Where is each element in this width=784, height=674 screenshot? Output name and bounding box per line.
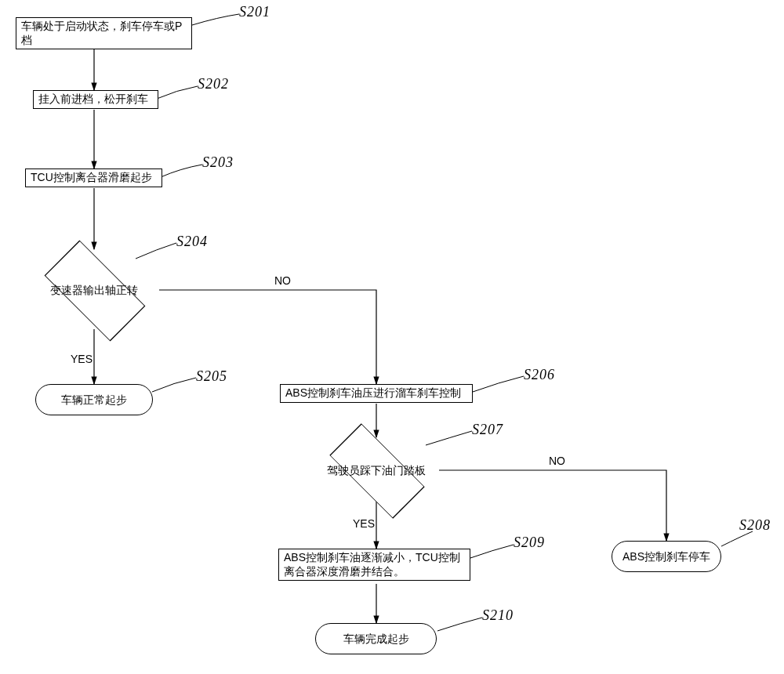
decision-text: 变速器输出轴正转 bbox=[50, 284, 138, 297]
step-box-s202: 挂入前进档，松开刹车 bbox=[33, 90, 158, 109]
decision-s204: 变速器输出轴正转 bbox=[38, 234, 151, 346]
step-id-s203: S203 bbox=[202, 154, 234, 171]
step-id-s206: S206 bbox=[524, 367, 555, 383]
terminator-s210: 车辆完成起步 bbox=[315, 623, 437, 654]
edge-label-yes: YES bbox=[71, 353, 93, 365]
step-id-s205: S205 bbox=[196, 368, 227, 385]
decision-text: 驾驶员踩下油门踏板 bbox=[327, 464, 426, 477]
step-box-s209: ABS控制刹车油逐渐减小，TCU控制离合器深度滑磨并结合。 bbox=[278, 549, 470, 581]
step-id-s209: S209 bbox=[514, 534, 545, 551]
decision-s207: 驾驶员踩下油门踏板 bbox=[320, 414, 433, 527]
step-box-s203: TCU控制离合器滑磨起步 bbox=[25, 168, 162, 187]
step-text: ABS控制刹车油压进行溜车刹车控制 bbox=[285, 386, 461, 399]
step-id-s201: S201 bbox=[239, 4, 270, 20]
step-id-s202: S202 bbox=[198, 76, 229, 92]
step-id-s208: S208 bbox=[739, 517, 771, 534]
terminator-text: 车辆完成起步 bbox=[343, 632, 409, 646]
terminator-text: ABS控制刹车停车 bbox=[622, 550, 710, 563]
step-id-s210: S210 bbox=[482, 607, 514, 624]
step-text: ABS控制刹车油逐渐减小，TCU控制离合器深度滑磨并结合。 bbox=[284, 551, 460, 578]
edge-label-yes-2: YES bbox=[353, 517, 375, 530]
step-box-s206: ABS控制刹车油压进行溜车刹车控制 bbox=[280, 384, 473, 403]
step-text: 挂入前进档，松开刹车 bbox=[38, 92, 148, 105]
terminator-s208: ABS控制刹车停车 bbox=[612, 541, 721, 572]
step-text: TCU控制离合器滑磨起步 bbox=[31, 171, 152, 183]
step-id-s204: S204 bbox=[176, 234, 208, 250]
step-text: 车辆处于启动状态，刹车停车或P档 bbox=[21, 20, 182, 46]
edge-label-no-2: NO bbox=[549, 455, 565, 467]
terminator-s205: 车辆正常起步 bbox=[35, 384, 153, 415]
step-box-s201: 车辆处于启动状态，刹车停车或P档 bbox=[16, 17, 192, 49]
edge-label-no: NO bbox=[274, 274, 291, 287]
step-id-s207: S207 bbox=[472, 422, 503, 438]
terminator-text: 车辆正常起步 bbox=[61, 393, 127, 407]
